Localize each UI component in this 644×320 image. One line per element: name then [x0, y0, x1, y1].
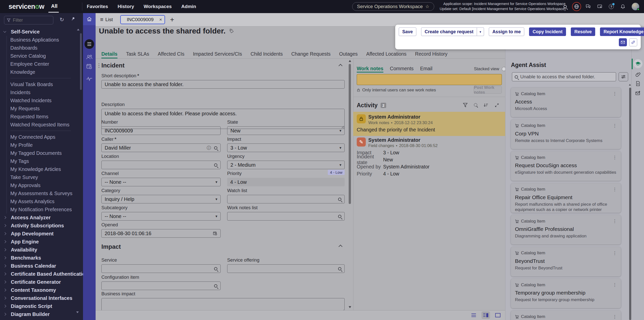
- record-tab-inc[interactable]: INC0009009 ×: [120, 15, 165, 24]
- reference-lookup-icon[interactable]: [214, 163, 217, 167]
- filter-input[interactable]: [4, 16, 53, 24]
- calendar-icon[interactable]: [86, 63, 93, 70]
- header-nav-item[interactable]: Workspaces: [144, 4, 172, 9]
- form-scroll-down[interactable]: [349, 306, 351, 308]
- post-work-notes-button[interactable]: Post Work notes: [474, 86, 502, 94]
- sort-icon[interactable]: [484, 103, 488, 108]
- record-tab[interactable]: Outages: [339, 49, 358, 58]
- watch-list-input[interactable]: [227, 195, 345, 203]
- kebab-icon[interactable]: ⋮: [613, 91, 617, 96]
- split-view-button[interactable]: [481, 311, 490, 319]
- sidebar-item[interactable]: Knowledge: [0, 68, 80, 76]
- agent-assist-settings-button[interactable]: [619, 72, 628, 81]
- sidebar-item[interactable]: Availability: [0, 246, 80, 254]
- journal-tab[interactable]: Email: [420, 64, 432, 73]
- pin-icon[interactable]: [71, 17, 75, 21]
- reference-lookup-icon[interactable]: [338, 198, 341, 201]
- record-tab[interactable]: Record History: [415, 49, 448, 58]
- filter-icon[interactable]: [463, 103, 468, 108]
- sidebar-item[interactable]: My Assessments & Surveys: [0, 189, 80, 197]
- reference-lookup-icon[interactable]: [214, 284, 217, 288]
- search-icon[interactable]: [562, 4, 568, 9]
- form-scrollbar[interactable]: [349, 64, 351, 204]
- close-tab-icon[interactable]: ×: [159, 17, 162, 22]
- location-reference-input[interactable]: [101, 161, 221, 169]
- catalog-item-card[interactable]: Catalog Item ⋮ Repair Office Equipment R…: [511, 183, 621, 213]
- assign-to-me-button[interactable]: Assign to me: [489, 27, 524, 36]
- incident-collapse-icon[interactable]: [339, 64, 343, 68]
- kebab-icon[interactable]: ⋮: [613, 187, 617, 192]
- sidebar-item[interactable]: App Development: [0, 230, 80, 238]
- sidebar-item[interactable]: Watched Incidents: [0, 96, 80, 104]
- record-tab[interactable]: Affected CIs: [158, 49, 184, 58]
- sidebar-item[interactable]: My Profile: [0, 141, 80, 149]
- impact-collapse-icon[interactable]: [339, 245, 343, 249]
- user-avatar[interactable]: [632, 3, 639, 10]
- reference-lookup-icon[interactable]: [214, 146, 217, 150]
- sidebar-item[interactable]: Business Calendar: [0, 262, 80, 270]
- groups-icon[interactable]: [86, 54, 93, 60]
- create-change-request-button[interactable]: Create change request: [421, 27, 477, 36]
- catalog-item-card[interactable]: Catalog Item ⋮ Request DocuSign access e…: [511, 151, 621, 181]
- report-knowledge-gap-button[interactable]: Report Knowledge Gap: [600, 27, 644, 36]
- short-description-input[interactable]: Unable to access the shared folder.: [101, 80, 345, 89]
- menu-toggle-button[interactable]: [85, 39, 94, 49]
- service-reference-input[interactable]: [101, 264, 221, 273]
- record-tab[interactable]: Task SLAs: [126, 49, 149, 58]
- catalog-item-card[interactable]: Catalog Item ⋮ BeyondTrust Request for B…: [511, 247, 621, 276]
- refresh-icon[interactable]: ↻: [60, 17, 64, 23]
- kebab-icon[interactable]: ⋮: [613, 282, 617, 288]
- help-icon[interactable]: ?: [609, 4, 614, 9]
- nav-all[interactable]: All: [51, 3, 58, 9]
- sidebar-item[interactable]: Employee Center: [0, 60, 80, 68]
- catalog-item-card[interactable]: Catalog Item ⋮ Corp VPN Remote access to…: [511, 120, 621, 149]
- favorite-star-icon[interactable]: ☆: [425, 4, 429, 9]
- resolve-button[interactable]: Resolve: [571, 27, 595, 36]
- agent-assist-search[interactable]: [512, 72, 616, 81]
- sidebar-item[interactable]: Dashboards: [0, 44, 80, 52]
- sidebar-item[interactable]: Conversational Interfaces: [0, 294, 80, 302]
- sidebar-item[interactable]: Watched Requested Items: [0, 121, 80, 129]
- expand-icon[interactable]: [495, 103, 499, 108]
- header-nav-item[interactable]: Admin: [181, 4, 196, 9]
- change-request-dropdown-caret[interactable]: ▾: [477, 27, 484, 36]
- record-tab[interactable]: Details: [101, 49, 117, 58]
- catalog-item-card[interactable]: Catalog Item ⋮ Temporary group membershi…: [511, 279, 621, 308]
- channel-select[interactable]: -- None --▾: [101, 178, 221, 186]
- sidebar-scrollbar[interactable]: [80, 33, 82, 90]
- copy-incident-button[interactable]: Copy Incident: [529, 27, 566, 36]
- search-icon[interactable]: [474, 103, 477, 108]
- sidebar-item[interactable]: Service Catalog: [0, 52, 80, 60]
- agent-scroll-up[interactable]: [629, 84, 631, 86]
- sidebar-item[interactable]: App Engine: [0, 238, 80, 246]
- list-view-button[interactable]: [469, 311, 478, 319]
- tag-icon[interactable]: [229, 29, 234, 33]
- catalog-item-card[interactable]: Catalog Item ⋮ OmniGraffle Professional …: [511, 215, 621, 244]
- agent-assist-scrollbar[interactable]: [629, 88, 631, 320]
- sidebar-item[interactable]: Requested Items: [0, 113, 80, 121]
- notifications-bell-icon[interactable]: [620, 4, 626, 9]
- sidebar-item[interactable]: Content Taxonomy: [0, 286, 80, 294]
- sidebar-scroll-down[interactable]: [76, 311, 79, 313]
- form-scroll-up[interactable]: [349, 60, 351, 62]
- category-select[interactable]: Inquiry / Help▾: [101, 195, 221, 203]
- opened-datetime-input[interactable]: 2018-08-30 01:06:16: [101, 229, 221, 238]
- sidebar-item[interactable]: Diagnostic Script: [0, 302, 80, 310]
- sidebar-item[interactable]: My Notification Preferences: [0, 205, 80, 214]
- journal-tab[interactable]: Comments: [390, 64, 414, 73]
- sidebar-item[interactable]: Incidents: [0, 88, 80, 96]
- sidebar-item[interactable]: My Tags: [0, 157, 80, 165]
- sidebar-item[interactable]: My Tagged Documents: [0, 149, 80, 157]
- document-tool-button[interactable]: [635, 81, 641, 86]
- attachments-tool-button[interactable]: [635, 72, 641, 77]
- sidebar-item[interactable]: My Approvals: [0, 181, 80, 189]
- record-tab[interactable]: Impacted Services/CIs: [193, 49, 242, 58]
- state-select[interactable]: New▾: [227, 126, 345, 135]
- list-tab[interactable]: ≡ List: [98, 13, 115, 26]
- email-compose-tool-button[interactable]: [635, 90, 641, 96]
- configuration-item-input[interactable]: [101, 281, 221, 290]
- filter-text-field[interactable]: [13, 18, 46, 23]
- chat-icon[interactable]: [585, 4, 591, 9]
- reference-lookup-icon[interactable]: [214, 267, 217, 270]
- email-button[interactable]: [619, 38, 627, 46]
